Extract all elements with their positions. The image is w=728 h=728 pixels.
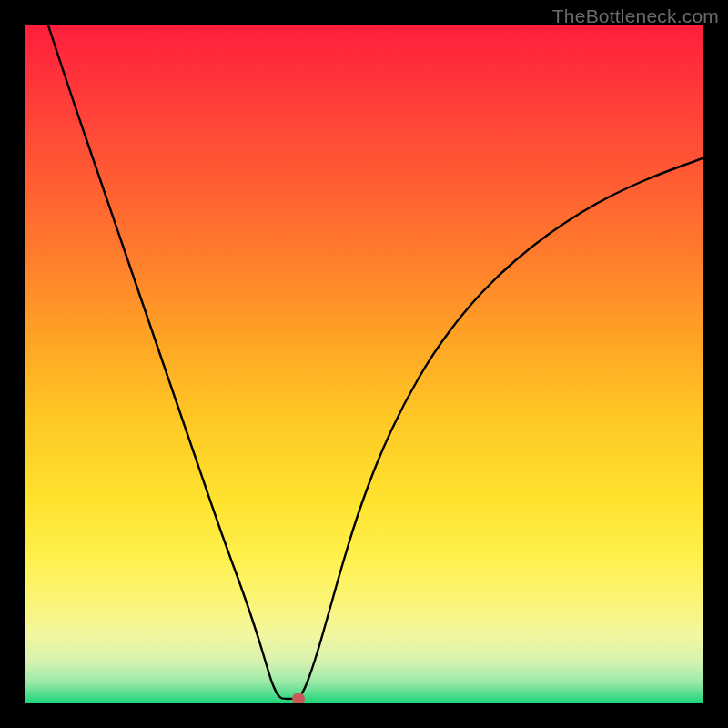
chart-svg — [25, 25, 703, 703]
chart-frame — [25, 25, 703, 703]
chart-background — [25, 25, 703, 703]
watermark-text: TheBottleneck.com — [552, 5, 719, 27]
